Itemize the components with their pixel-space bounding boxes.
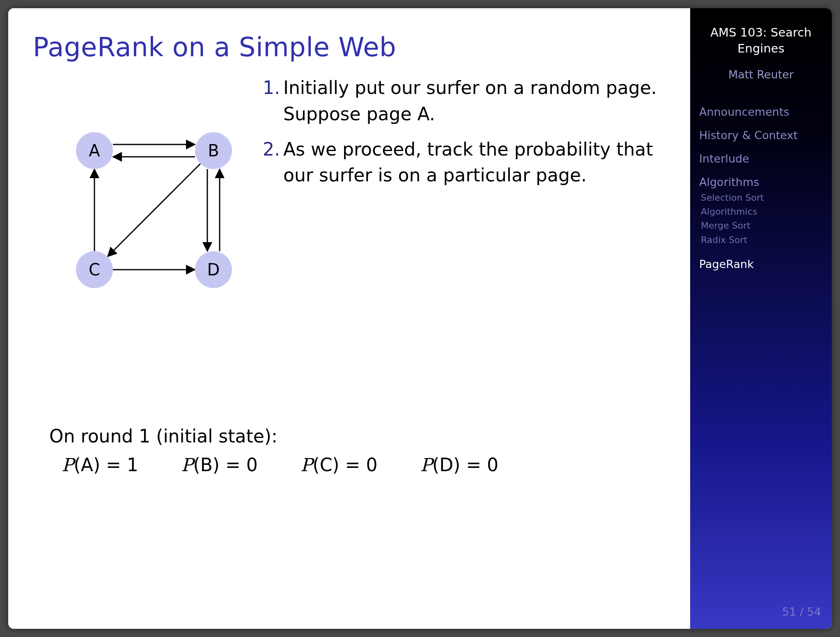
step-1-num: 1. <box>263 75 283 127</box>
sidebar: AMS 103: Search Engines Matt Reuter Anno… <box>690 8 832 629</box>
node-a-label: A <box>89 141 100 160</box>
nav-announcements[interactable]: Announcements <box>699 105 823 118</box>
course-line1: AMS 103: Search <box>710 25 811 39</box>
nav-merge-sort[interactable]: Merge Sort <box>699 219 823 233</box>
prob-a-val: 1 <box>127 454 138 475</box>
prob-b-val: 0 <box>246 454 258 475</box>
prob-b: P(B) = 0 <box>181 451 258 479</box>
node-d-label: D <box>207 260 220 279</box>
course-line2: Engines <box>737 41 785 55</box>
step-1-text: Initially put our surfer on a random pag… <box>283 75 666 127</box>
node-c-label: C <box>89 260 100 279</box>
graph-diagram: A B C D <box>33 112 255 292</box>
node-b-label: B <box>208 141 219 160</box>
nav-algorithmics[interactable]: Algorithmics <box>699 205 823 219</box>
prob-d: P(D) = 0 <box>420 451 498 479</box>
slide-main: PageRank on a Simple Web <box>8 8 690 629</box>
nav-interlude[interactable]: Interlude <box>699 152 823 165</box>
nav-algorithms[interactable]: Algorithms <box>699 176 823 188</box>
step-1: 1. Initially put our surfer on a random … <box>263 75 666 127</box>
round-label: On round 1 (initial state): <box>49 423 535 450</box>
prob-row: P(A) = 1 P(B) = 0 P(C) = 0 P(D) = 0 <box>49 451 535 479</box>
author: Matt Reuter <box>699 68 823 81</box>
prob-c-val: 0 <box>366 454 377 475</box>
edge-b-c <box>108 164 200 257</box>
slide-frame: PageRank on a Simple Web <box>8 8 832 629</box>
prob-c: P(C) = 0 <box>301 451 378 479</box>
page-number: 51 / 54 <box>782 605 821 618</box>
step-2-num: 2. <box>263 136 283 189</box>
nav-radix-sort[interactable]: Radix Sort <box>699 233 823 247</box>
round-block: On round 1 (initial state): P(A) = 1 P(B… <box>49 423 535 479</box>
step-list: 1. Initially put our surfer on a random … <box>255 75 666 197</box>
nav-selection-sort[interactable]: Selection Sort <box>699 191 823 205</box>
nav-pagerank[interactable]: PageRank <box>699 258 823 270</box>
prob-d-val: 0 <box>487 454 498 475</box>
course-title: AMS 103: Search Engines <box>699 25 823 57</box>
slide-title: PageRank on a Simple Web <box>33 32 666 62</box>
nav-history-context[interactable]: History & Context <box>699 129 823 142</box>
prob-a: P(A) = 1 <box>62 451 138 479</box>
graph-svg: A B C D <box>33 112 255 292</box>
content-row: A B C D 1. Initially put our surfer on a… <box>33 75 666 292</box>
step-2-text: As we proceed, track the probability tha… <box>283 136 666 189</box>
step-2: 2. As we proceed, track the probability … <box>263 136 666 189</box>
